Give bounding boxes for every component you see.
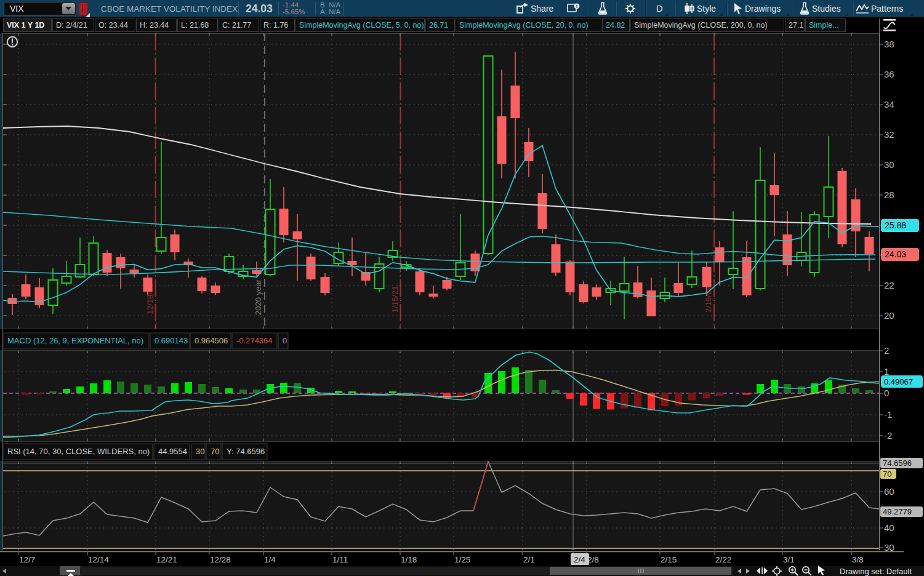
svg-text:36: 36 bbox=[884, 69, 894, 79]
svg-text:70: 70 bbox=[883, 470, 891, 479]
svg-text:30: 30 bbox=[196, 447, 204, 456]
svg-text:RSI (14, 70, 30, CLOSE, WILDER: RSI (14, 70, 30, CLOSE, WILDERS, no) bbox=[7, 447, 150, 456]
svg-text:2/4: 2/4 bbox=[574, 555, 585, 564]
svg-text:0: 0 bbox=[283, 336, 287, 345]
svg-text:12/21: 12/21 bbox=[156, 555, 177, 564]
svg-text:-0.274364: -0.274364 bbox=[236, 336, 273, 345]
svg-text:1/11: 1/11 bbox=[332, 555, 348, 564]
svg-text:2: 2 bbox=[884, 345, 889, 356]
svg-text:-2: -2 bbox=[884, 430, 892, 441]
svg-text:60: 60 bbox=[884, 486, 894, 497]
svg-text:70: 70 bbox=[211, 447, 219, 456]
svg-text:74.6596: 74.6596 bbox=[883, 458, 912, 468]
svg-text:2/22: 2/22 bbox=[715, 555, 731, 564]
svg-text:3/1: 3/1 bbox=[783, 555, 795, 564]
svg-text:25.88: 25.88 bbox=[885, 220, 906, 230]
svg-text:0.690143: 0.690143 bbox=[155, 336, 188, 345]
svg-text:30: 30 bbox=[884, 159, 894, 170]
svg-text:2020 year: 2020 year bbox=[254, 279, 263, 315]
svg-text:22: 22 bbox=[884, 280, 894, 290]
svg-text:MACD (12, 26, 9, EXPONENTIAL,: MACD (12, 26, 9, EXPONENTIAL, no) bbox=[7, 336, 143, 345]
svg-text:-1: -1 bbox=[884, 409, 892, 420]
svg-text:1/4: 1/4 bbox=[264, 555, 276, 564]
svg-text:2/1: 2/1 bbox=[523, 555, 535, 564]
svg-text:38: 38 bbox=[884, 39, 894, 49]
svg-text:12/14: 12/14 bbox=[88, 555, 109, 564]
svg-text:49.2779: 49.2779 bbox=[883, 507, 912, 516]
svg-text:1: 1 bbox=[884, 366, 889, 377]
svg-text:20: 20 bbox=[884, 310, 894, 321]
svg-text:44.9554: 44.9554 bbox=[158, 447, 187, 456]
svg-text:0: 0 bbox=[884, 388, 889, 398]
svg-text:34: 34 bbox=[884, 99, 894, 110]
svg-text:0.49067: 0.49067 bbox=[884, 377, 913, 386]
svg-text:24.03: 24.03 bbox=[885, 249, 906, 259]
svg-text:32: 32 bbox=[884, 129, 894, 140]
svg-text:Y: 74.6596: Y: 74.6596 bbox=[227, 447, 265, 456]
svg-text:40: 40 bbox=[884, 522, 894, 533]
svg-text:12/28: 12/28 bbox=[210, 555, 231, 564]
svg-text:2/15: 2/15 bbox=[661, 555, 677, 564]
svg-text:0.964506: 0.964506 bbox=[195, 336, 228, 345]
svg-text:30: 30 bbox=[884, 542, 894, 553]
svg-text:28: 28 bbox=[884, 190, 894, 200]
svg-text:2/19/21: 2/19/21 bbox=[704, 286, 713, 313]
svg-text:3/8: 3/8 bbox=[852, 555, 864, 564]
svg-text:12/7: 12/7 bbox=[19, 555, 35, 564]
svg-text:1/25: 1/25 bbox=[454, 555, 470, 564]
svg-text:1/18: 1/18 bbox=[401, 555, 417, 564]
svg-text:1/15/21: 1/15/21 bbox=[390, 286, 400, 313]
